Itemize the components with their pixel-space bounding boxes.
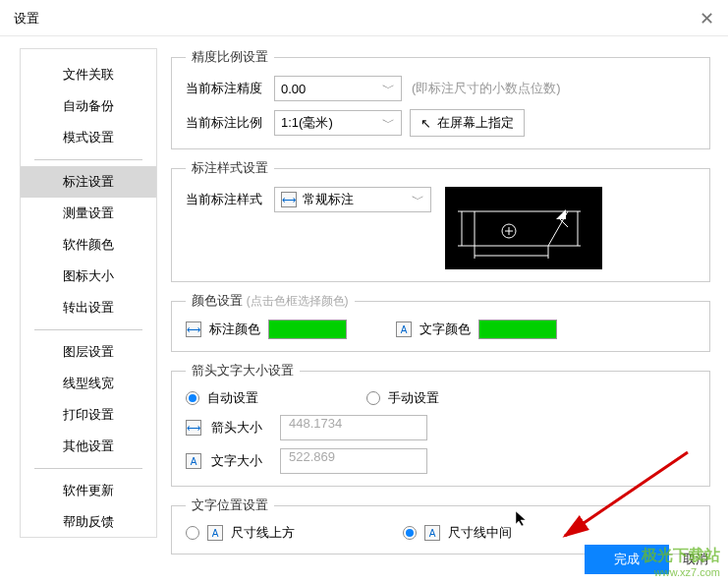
precision-value: 0.00 [281,82,306,96]
auto-size-radio[interactable]: 自动设置 [186,389,258,407]
scale-combo[interactable]: 1:1(毫米) ﹀ [274,110,402,136]
sidebar-item-feedback[interactable]: 帮助反馈 [21,506,156,538]
sidebar-divider [34,468,142,469]
text-pos-legend: 文字位置设置 [186,496,274,514]
sidebar-item-mode[interactable]: 模式设置 [21,122,156,153]
text-size-label: 文字大小 [211,452,270,470]
dim-style-combo[interactable]: ⟷ 常规标注 ﹀ [274,187,431,212]
sidebar-item-update[interactable]: 软件更新 [21,475,156,506]
dim-style-value: 常规标注 [303,191,354,208]
arrow-text-group: 箭头文字大小设置 自动设置 手动设置 ⟷ 箭头大小 448.1734 A 文字大… [171,362,710,487]
arrow-text-legend: 箭头文字大小设置 [186,362,300,380]
dim-style-preview [445,187,602,269]
text-middle-radio[interactable]: A 尺寸线中间 [403,524,512,542]
sidebar-item-software-color[interactable]: 软件颜色 [21,229,156,261]
sidebar-item-other[interactable]: 其他设置 [21,431,156,462]
color-legend: 颜色设置 (点击色框选择颜色) [186,292,355,310]
chevron-down-icon: ﹀ [382,114,395,132]
manual-size-label: 手动设置 [388,389,439,407]
precision-hint: (即标注尺寸的小数点位数) [412,80,561,97]
chevron-down-icon: ﹀ [412,191,424,208]
specify-on-screen-button[interactable]: ↖ 在屏幕上指定 [410,109,525,137]
text-above-label: 尺寸线上方 [231,524,295,542]
sidebar-item-layers[interactable]: 图层设置 [21,336,156,368]
sidebar-item-measure[interactable]: 测量设置 [21,198,156,229]
sidebar-divider [34,329,142,330]
text-color-label: 文字颜色 [420,321,471,338]
cursor-icon: ↖ [420,116,431,131]
text-above-icon: A [207,525,223,541]
arrow-size-icon: ⟷ [186,420,201,436]
sidebar-item-file-assoc[interactable]: 文件关联 [21,59,156,90]
text-color-icon: A [396,321,412,337]
precision-label: 当前标注精度 [186,80,274,97]
sidebar-item-annotation[interactable]: 标注设置 [21,166,156,198]
auto-size-label: 自动设置 [207,389,258,407]
radio-on-icon [186,391,199,405]
dim-style-icon: ⟷ [281,192,297,207]
precision-combo[interactable]: 0.00 ﹀ [274,76,402,101]
svg-marker-0 [475,211,568,246]
dim-style-label: 当前标注样式 [186,191,274,208]
dim-color-label: 标注颜色 [209,321,260,338]
text-middle-label: 尺寸线中间 [448,524,512,542]
sidebar-item-auto-backup[interactable]: 自动备份 [21,90,156,122]
specify-on-screen-label: 在屏幕上指定 [437,114,514,132]
manual-size-radio[interactable]: 手动设置 [366,389,439,407]
text-size-icon: A [186,453,201,469]
cancel-button[interactable]: 取消 [683,551,708,568]
arrow-size-input[interactable]: 448.1734 [280,415,427,440]
dim-style-legend: 标注样式设置 [186,159,274,177]
ok-button[interactable]: 完成 [585,545,669,574]
sidebar-item-print[interactable]: 打印设置 [21,399,156,431]
precision-group: 精度比例设置 当前标注精度 0.00 ﹀ (即标注尺寸的小数点位数) 当前标注比… [171,48,710,149]
close-icon[interactable]: ✕ [700,8,714,29]
sidebar-item-export[interactable]: 转出设置 [21,292,156,323]
text-above-radio[interactable]: A 尺寸线上方 [186,524,295,542]
color-group: 颜色设置 (点击色框选择颜色) ⟷ 标注颜色 A 文字颜色 [171,292,710,352]
sidebar: 文件关联 自动备份 模式设置 标注设置 测量设置 软件颜色 图标大小 转出设置 … [0,36,157,557]
dim-color-swatch[interactable] [268,320,347,339]
window-title: 设置 [14,10,39,28]
dim-color-icon: ⟷ [186,321,201,337]
cursor-annotation [514,509,532,527]
scale-label: 当前标注比例 [186,114,274,132]
sidebar-item-linetype[interactable]: 线型线宽 [21,368,156,399]
scale-value: 1:1(毫米) [281,114,333,132]
text-size-input[interactable]: 522.869 [280,448,427,474]
text-color-swatch[interactable] [478,320,557,339]
radio-off-icon [186,526,199,540]
text-middle-icon: A [424,525,440,541]
chevron-down-icon: ﹀ [382,80,395,97]
dim-style-group: 标注样式设置 当前标注样式 ⟷ 常规标注 ﹀ [171,159,710,282]
arrow-size-label: 箭头大小 [211,419,270,437]
precision-legend: 精度比例设置 [186,48,274,66]
sidebar-divider [34,159,142,160]
sidebar-item-icon-size[interactable]: 图标大小 [21,261,156,292]
radio-off-icon [366,391,380,405]
radio-on-icon [403,526,417,540]
